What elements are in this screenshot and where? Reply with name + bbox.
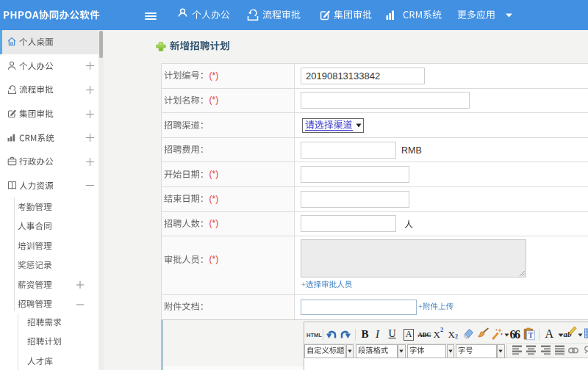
svg-text:T: T: [528, 331, 534, 339]
